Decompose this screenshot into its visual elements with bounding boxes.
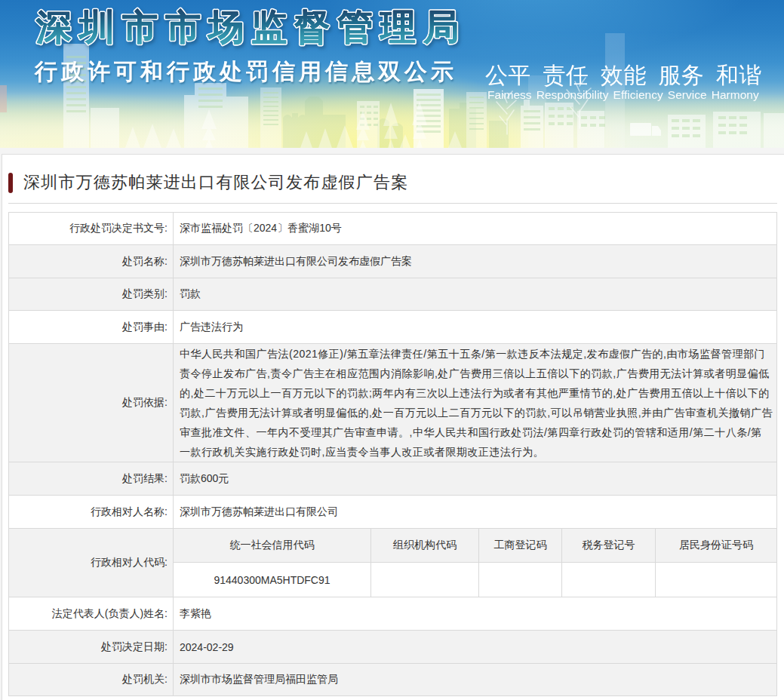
svg-text:深圳市市场监督管理局: 深圳市市场监督管理局: [35, 7, 466, 47]
